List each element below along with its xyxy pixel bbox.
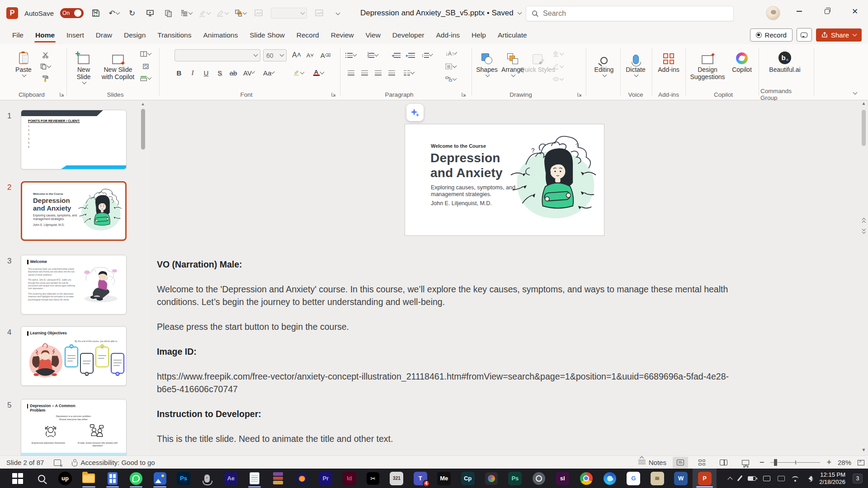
taskbar-davinci[interactable] bbox=[480, 469, 503, 488]
shapes-button[interactable]: Shapes bbox=[475, 49, 499, 76]
change-case-button[interactable]: Aa bbox=[263, 68, 274, 78]
slideshow-view-button[interactable] bbox=[738, 457, 753, 468]
taskbar-photos[interactable] bbox=[148, 469, 171, 488]
justify-button[interactable] bbox=[386, 68, 397, 78]
increase-indent-button[interactable]: ▸ bbox=[405, 50, 416, 60]
taskbar-after-effects[interactable]: Ae bbox=[219, 469, 243, 488]
spellcheck-icon[interactable] bbox=[54, 460, 61, 466]
slide-eyebrow[interactable]: Welcome to the Course bbox=[431, 143, 486, 149]
text-shadow-button[interactable]: S bbox=[214, 68, 225, 78]
paste-button[interactable]: Paste bbox=[12, 49, 35, 76]
convert-to-smartart-button[interactable] bbox=[445, 74, 456, 84]
slide-thumbnail-5[interactable]: Depression – A Common Problem Depression… bbox=[21, 399, 127, 455]
title-dropdown-chevron-icon[interactable] bbox=[517, 10, 522, 14]
tab-help[interactable]: Help bbox=[466, 27, 492, 43]
record-button[interactable]: Record bbox=[750, 28, 793, 42]
minimize-button[interactable] bbox=[789, 0, 810, 23]
previous-slide-button[interactable] bbox=[860, 217, 867, 225]
tab-add-ins[interactable]: Add-ins bbox=[430, 27, 466, 43]
slide-thumbnail-1[interactable]: POINTS FOR REVIEWER / CLIENT: 1. 2. 3. 4… bbox=[21, 110, 127, 169]
taskbar-slack[interactable]: sl bbox=[551, 469, 574, 488]
zoom-level[interactable]: 28% bbox=[838, 459, 851, 466]
tab-transitions[interactable]: Transitions bbox=[151, 27, 197, 43]
slide-subtitle[interactable]: Exploring causes, symptoms, and manageme… bbox=[431, 184, 515, 198]
character-spacing-button[interactable]: AV bbox=[243, 68, 254, 78]
designer-sparkle-button[interactable] bbox=[406, 104, 424, 121]
copy-button[interactable] bbox=[40, 61, 51, 71]
strikethrough-button[interactable]: ab bbox=[228, 68, 239, 78]
taskbar-audio-player[interactable] bbox=[290, 469, 314, 488]
columns-button[interactable] bbox=[403, 68, 414, 78]
beautiful-ai-button[interactable]: b Beautiful.ai bbox=[765, 49, 805, 73]
slide-sorter-view-button[interactable] bbox=[694, 457, 710, 468]
battery-icon[interactable] bbox=[748, 476, 756, 481]
slide-layout-button[interactable] bbox=[140, 49, 151, 59]
slide-thumbnail-4[interactable]: Learning Objectives By the end of this c… bbox=[21, 326, 127, 386]
underline-button[interactable]: U bbox=[201, 68, 212, 78]
slide-editor[interactable]: Welcome to the Course Depressionand Anxi… bbox=[405, 124, 604, 236]
clock[interactable]: 12:15 PM 2/18/2026 bbox=[819, 471, 845, 486]
reading-view-button[interactable] bbox=[716, 457, 731, 468]
accessibility-status[interactable]: Accessibility: Good to go bbox=[71, 459, 155, 466]
taskbar-whatsapp[interactable] bbox=[124, 469, 148, 488]
section-button[interactable] bbox=[140, 73, 151, 83]
document-title[interactable]: Depression and Anxiety_SB_v5.pptx • Save… bbox=[360, 0, 521, 26]
next-slide-button[interactable] bbox=[860, 226, 867, 234]
taskbar-winrar[interactable] bbox=[266, 469, 290, 488]
taskbar-kmplayer[interactable]: 321 bbox=[385, 469, 408, 488]
fit-slide-to-window-icon[interactable] bbox=[858, 460, 864, 465]
slide-author[interactable]: John E. Liljenquist, M.D. bbox=[431, 200, 492, 206]
slide-thumbnail-3[interactable]: Welcome This eLearning helps you underst… bbox=[21, 255, 127, 314]
editing-button[interactable]: Editing bbox=[591, 49, 617, 76]
close-button[interactable]: ✕ bbox=[844, 0, 865, 23]
copy-icon[interactable] bbox=[162, 7, 174, 19]
account-avatar[interactable] bbox=[766, 6, 780, 20]
start-slideshow-icon[interactable] bbox=[144, 7, 156, 19]
paragraph-dialog-launcher[interactable] bbox=[461, 91, 467, 97]
taskbar-google-app[interactable]: G bbox=[622, 469, 645, 488]
taskbar-calculator[interactable] bbox=[101, 469, 124, 488]
taskbar-start-button[interactable] bbox=[6, 469, 29, 488]
format-painter-button[interactable] bbox=[40, 73, 51, 83]
font-name-combo[interactable] bbox=[175, 49, 260, 61]
notification-center-badge[interactable]: 3 bbox=[853, 474, 863, 483]
slide-thumbnail-2-selected[interactable]: Welcome to the Course Depressionand Anxi… bbox=[21, 181, 127, 241]
text-direction-button[interactable]: ↓A↑ bbox=[445, 49, 456, 59]
powerpoint-app-icon[interactable]: P bbox=[6, 7, 18, 19]
tab-insert[interactable]: Insert bbox=[61, 27, 90, 43]
tab-animations[interactable]: Animations bbox=[197, 27, 244, 43]
shape-fill-button[interactable] bbox=[552, 49, 563, 59]
scrollbar-thumb[interactable] bbox=[862, 110, 866, 146]
picture-tool2-icon[interactable] bbox=[313, 7, 325, 19]
dictate-button[interactable]: Dictate bbox=[623, 49, 648, 76]
zoom-in-button[interactable]: + bbox=[826, 458, 831, 467]
taskbar-file-explorer[interactable] bbox=[77, 469, 100, 488]
italic-button[interactable]: I bbox=[187, 68, 198, 78]
pen-input-icon[interactable] bbox=[737, 475, 743, 481]
tab-view[interactable]: View bbox=[360, 27, 387, 43]
drawing-dialog-launcher[interactable] bbox=[577, 91, 583, 97]
increase-font-size-button[interactable]: A˄ bbox=[291, 50, 302, 60]
shape-outline-button[interactable] bbox=[552, 61, 563, 71]
taskbar-photoshop2[interactable]: Ps bbox=[503, 469, 527, 488]
restore-button[interactable] bbox=[816, 0, 837, 23]
align-right-button[interactable] bbox=[373, 68, 383, 78]
search-bar[interactable] bbox=[526, 6, 734, 21]
undo-icon[interactable]: ↶ bbox=[108, 7, 120, 19]
notes-toggle[interactable]: Notes bbox=[638, 459, 666, 466]
taskbar-lightroom[interactable]: ≋ bbox=[646, 469, 669, 488]
volume-icon[interactable] bbox=[806, 476, 812, 481]
taskbar-photoshop[interactable]: Ps bbox=[172, 469, 195, 488]
customize-qat-chevron-icon[interactable] bbox=[331, 7, 343, 19]
tab-design[interactable]: Design bbox=[118, 27, 151, 43]
cast-icon[interactable] bbox=[778, 476, 785, 481]
copilot-button[interactable]: Copilot bbox=[729, 49, 755, 73]
thumb-scroll-up-icon[interactable]: ▲ bbox=[140, 102, 146, 108]
tab-record[interactable]: Record bbox=[291, 27, 325, 43]
taskbar-capcut-cp[interactable]: Cp bbox=[456, 469, 479, 488]
font-color-button[interactable]: A bbox=[313, 68, 324, 78]
indent-options-icon[interactable] bbox=[180, 7, 192, 19]
tab-review[interactable]: Review bbox=[325, 27, 360, 43]
notes-editor[interactable]: VO (Narration) Male: Welcome to the 'Dep… bbox=[157, 258, 855, 457]
zoom-slider[interactable] bbox=[770, 462, 820, 463]
